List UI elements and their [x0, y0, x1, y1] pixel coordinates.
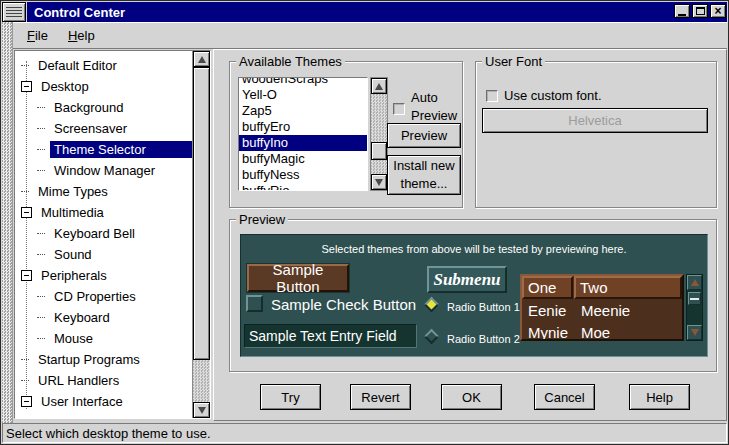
theme-item[interactable]: woodenScraps — [239, 77, 367, 87]
minimize-icon — [678, 14, 686, 16]
user-font-group: User Font Use custom font. Helvetica — [475, 61, 717, 208]
sidebar-item-keyboard-bell[interactable]: Keyboard Bell — [15, 223, 192, 244]
tree-leaf-icon — [37, 233, 45, 234]
install-new-theme-button[interactable]: Install new theme... — [387, 155, 461, 195]
scroll-up-button[interactable] — [193, 51, 210, 67]
close-button[interactable]: × — [710, 4, 726, 18]
cancel-button[interactable]: Cancel — [534, 384, 595, 410]
auto-preview-checkbox[interactable] — [393, 103, 405, 115]
sidebar-item-multimedia[interactable]: Multimedia — [15, 202, 192, 223]
sample-list-scrollbar[interactable] — [686, 274, 703, 341]
tree-leaf-icon — [37, 107, 45, 108]
collapse-icon[interactable] — [21, 270, 32, 281]
sample-checkbox[interactable] — [246, 295, 263, 312]
sidebar-item-keyboard[interactable]: Keyboard — [15, 307, 192, 328]
theme-item[interactable]: buffyMagic — [239, 151, 367, 167]
window-title: Control Center — [34, 5, 125, 20]
window-menu-button[interactable] — [2, 2, 26, 22]
control-center-window: Control Center × File Help Default Edito… — [0, 0, 729, 445]
sample-radio-2[interactable] — [424, 329, 440, 345]
preview-button[interactable]: Preview — [387, 123, 461, 148]
preview-group: Preview Selected themes from above will … — [229, 219, 717, 372]
ok-button[interactable]: OK — [441, 384, 502, 410]
theme-item[interactable]: Yell-O — [239, 87, 367, 103]
sample-button[interactable]: Sample Button — [247, 264, 349, 292]
sidebar-scrollbar[interactable] — [192, 51, 210, 418]
status-bar: Select which desktop theme to use. — [2, 423, 727, 443]
tree-leaf-icon — [37, 254, 45, 255]
list-row[interactable]: Eenie Meenie — [522, 299, 682, 321]
arrow-up-icon — [375, 83, 383, 90]
tree-leaf-icon — [37, 338, 45, 339]
tree-leaf-icon — [21, 191, 29, 192]
tree-leaf-icon — [37, 170, 45, 171]
collapse-icon[interactable] — [21, 396, 32, 407]
sidebar-item-background[interactable]: Background — [15, 97, 192, 118]
collapse-icon[interactable] — [21, 207, 32, 218]
scrollbar-thumb[interactable] — [193, 67, 210, 360]
sample-radio-1-label: Radio Button 1 — [447, 301, 520, 313]
scrollbar-thumb[interactable] — [688, 292, 701, 305]
sidebar-item-cd-properties[interactable]: CD Properties — [15, 286, 192, 307]
theme-item[interactable]: buffyRio — [239, 183, 367, 191]
sidebar-item-url-handlers[interactable]: URL Handlers — [15, 370, 192, 391]
available-themes-group: Available Themes woodenScraps Yell-O Zap… — [229, 61, 463, 208]
scroll-up-button[interactable] — [687, 275, 702, 290]
titlebar[interactable]: Control Center — [27, 2, 727, 22]
tree-leaf-icon — [37, 128, 45, 129]
theme-item[interactable]: buffyEro — [239, 119, 367, 135]
theme-preview-area: Selected themes from above will be teste… — [240, 234, 708, 357]
tree-leaf-icon — [21, 380, 29, 381]
theme-list: woodenScraps Yell-O Zap5 buffyEro buffyI… — [238, 77, 368, 191]
scroll-down-button[interactable] — [193, 402, 210, 418]
sidebar-item-window-manager[interactable]: Window Manager — [15, 160, 192, 181]
sample-list: One Two Eenie Meenie Mynie Moe — [520, 274, 684, 341]
window-frame-handle — [2, 22, 13, 423]
sidebar-tree: Default Editor Desktop Background Screen… — [15, 51, 192, 418]
sample-text-entry[interactable]: Sample Text Entry Field — [244, 324, 417, 348]
sidebar-item-theme-selector[interactable]: Theme Selector — [15, 139, 192, 160]
use-custom-font-checkbox[interactable] — [486, 90, 498, 102]
preview-caption: Selected themes from above will be teste… — [241, 243, 707, 255]
list-column-header[interactable]: One — [522, 276, 573, 299]
sidebar: Default Editor Desktop Background Screen… — [14, 50, 211, 419]
help-button[interactable]: Help — [629, 384, 690, 410]
sidebar-item-default-editor[interactable]: Default Editor — [15, 55, 192, 76]
use-custom-font-label: Use custom font. — [504, 88, 602, 103]
group-label: Preview — [236, 212, 288, 227]
theme-item[interactable]: Zap5 — [239, 103, 367, 119]
scrollbar-thumb[interactable] — [371, 142, 387, 160]
theme-item[interactable]: buffyNess — [239, 167, 367, 183]
arrow-down-icon — [375, 179, 383, 186]
try-button[interactable]: Try — [260, 384, 321, 410]
sidebar-item-peripherals[interactable]: Peripherals — [15, 265, 192, 286]
tree-leaf-icon — [37, 296, 45, 297]
settings-panel: Available Themes woodenScraps Yell-O Zap… — [213, 49, 727, 421]
scroll-down-button[interactable] — [371, 174, 387, 190]
menubar: File Help — [13, 22, 727, 49]
menu-help[interactable]: Help — [68, 28, 95, 43]
sample-submenu-item[interactable]: Submenu — [427, 266, 507, 293]
scroll-up-button[interactable] — [371, 78, 387, 94]
sidebar-item-user-interface[interactable]: User Interface — [15, 391, 192, 412]
theme-item-selected[interactable]: buffyIno — [239, 135, 367, 151]
revert-button[interactable]: Revert — [350, 384, 411, 410]
sidebar-item-desktop[interactable]: Desktop — [15, 76, 192, 97]
minimize-button[interactable] — [674, 4, 690, 18]
list-row[interactable]: Mynie Moe — [522, 321, 682, 341]
maximize-button[interactable] — [692, 4, 708, 18]
arrow-up-icon — [691, 279, 699, 286]
scroll-down-button[interactable] — [687, 325, 702, 340]
list-column-header[interactable]: Two — [574, 276, 682, 299]
sidebar-item-screensaver[interactable]: Screensaver — [15, 118, 192, 139]
menu-file[interactable]: File — [27, 28, 48, 43]
sidebar-item-startup-programs[interactable]: Startup Programs — [15, 349, 192, 370]
sidebar-item-mime-types[interactable]: Mime Types — [15, 181, 192, 202]
collapse-icon[interactable] — [21, 81, 32, 92]
sidebar-item-mouse[interactable]: Mouse — [15, 328, 192, 349]
sidebar-item-sound[interactable]: Sound — [15, 244, 192, 265]
theme-list-scrollbar[interactable] — [370, 77, 388, 191]
sample-radio-1[interactable] — [424, 297, 440, 313]
arrow-up-icon — [198, 56, 206, 63]
tree-leaf-icon — [21, 65, 29, 66]
